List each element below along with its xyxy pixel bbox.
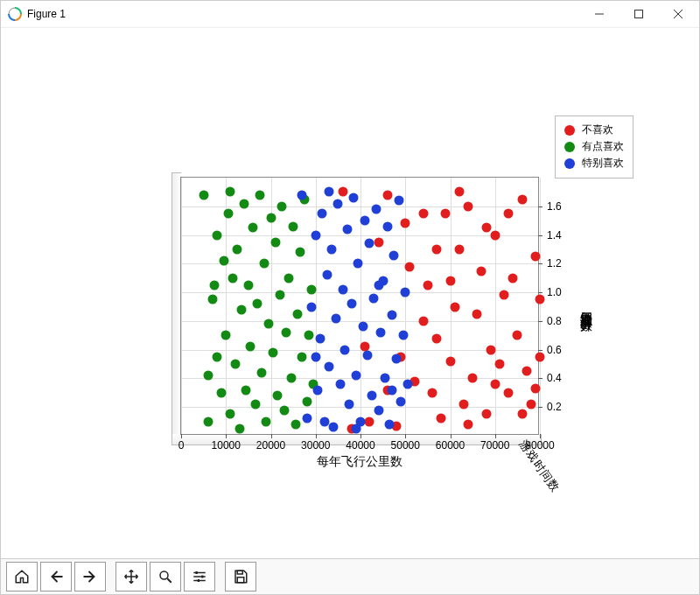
scatter-point: [369, 293, 379, 303]
svg-rect-13: [237, 570, 242, 574]
scatter-point: [345, 399, 354, 409]
axes3d[interactable]: 0100002000030000400005000060000700008000…: [180, 177, 539, 435]
svg-line-6: [167, 578, 172, 583]
svg-rect-11: [201, 576, 203, 578]
x-tick-label: 20000: [256, 434, 285, 452]
legend-item: 特别喜欢: [564, 155, 624, 172]
svg-rect-14: [237, 578, 244, 583]
scatter-point: [340, 345, 350, 354]
svg-rect-2: [634, 10, 642, 18]
scatter-point: [217, 388, 227, 397]
scatter-point: [401, 219, 410, 228]
scatter-point: [432, 244, 442, 254]
scatter-point: [389, 250, 399, 260]
scatter-point: [432, 333, 442, 343]
scatter-point: [394, 196, 403, 206]
scatter-point: [342, 225, 352, 234]
scatter-point: [298, 190, 307, 200]
figure-window: Figure 1 不喜欢 有点喜欢 特别喜欢: [0, 0, 700, 595]
close-button[interactable]: [658, 1, 697, 27]
scatter-point: [349, 192, 359, 202]
scatter-point: [282, 328, 291, 338]
scatter-point: [304, 331, 314, 340]
scatter-point: [325, 362, 334, 372]
scatter-point: [253, 299, 262, 309]
y-tick-label: 0.2: [538, 401, 562, 413]
scatter-point: [329, 423, 339, 432]
scatter-point: [270, 237, 280, 247]
scatter-point: [203, 416, 213, 426]
maximize-button[interactable]: [619, 1, 658, 27]
scatter-point: [358, 322, 368, 332]
zoom-icon: [158, 569, 173, 584]
scatter-point: [405, 262, 415, 271]
scatter-point: [289, 221, 298, 231]
scatter-point: [243, 280, 253, 290]
scatter-point: [504, 208, 514, 218]
arrow-right-icon: [82, 569, 98, 584]
back-button[interactable]: [40, 562, 72, 592]
legend-swatch: [564, 158, 575, 169]
scatter-point: [275, 290, 284, 300]
scatter-point: [428, 388, 438, 397]
scatter-point: [385, 419, 395, 429]
scatter-point: [468, 374, 478, 383]
forward-button[interactable]: [74, 562, 106, 592]
scatter-point: [504, 388, 514, 397]
scatter-point: [374, 280, 383, 290]
pan-button[interactable]: [116, 562, 147, 592]
scatter-point: [338, 284, 347, 294]
scatter-point: [374, 237, 383, 247]
save-button[interactable]: [225, 562, 256, 592]
scatter-point: [458, 399, 468, 409]
scatter-point: [500, 290, 509, 300]
scatter-point: [354, 259, 363, 269]
legend-item: 有点喜欢: [564, 138, 624, 155]
scatter-point: [219, 256, 228, 266]
scatter-point: [302, 396, 312, 406]
scatter-point: [248, 223, 258, 233]
scatter-point: [464, 419, 473, 429]
y-tick-label: 0.8: [538, 315, 562, 327]
legend-item: 不喜欢: [564, 122, 624, 138]
scatter-point: [250, 399, 260, 409]
scatter-point: [293, 309, 303, 318]
svg-point-5: [160, 571, 168, 579]
scatter-point: [365, 416, 374, 426]
scatter-point: [481, 223, 491, 233]
y-axis-label: 每周消费冰淇淋公升数: [578, 302, 594, 311]
plot-canvas[interactable]: 不喜欢 有点喜欢 特别喜欢 01000020000300004000050000…: [1, 28, 699, 558]
scatter-point: [454, 244, 464, 254]
configure-button[interactable]: [184, 562, 215, 592]
scatter-point: [396, 396, 406, 406]
scatter-point: [279, 405, 289, 415]
scatter-point: [536, 352, 545, 361]
scatter-point: [418, 208, 428, 218]
scatter-point: [517, 410, 527, 419]
scatter-point: [306, 284, 316, 294]
scatter-point: [325, 187, 334, 197]
legend-label: 有点喜欢: [582, 138, 624, 155]
legend-swatch: [564, 125, 575, 136]
titlebar[interactable]: Figure 1: [1, 1, 699, 28]
scatter-point: [346, 299, 356, 309]
scatter-point: [221, 331, 231, 340]
scatter-point: [239, 199, 248, 208]
zoom-button[interactable]: [150, 562, 181, 592]
scatter-point: [269, 347, 278, 357]
scatter-point: [199, 190, 208, 200]
scatter-point: [387, 385, 396, 395]
y-tick-label: 0.4: [538, 372, 562, 384]
scatter-point: [490, 230, 500, 240]
minimize-button[interactable]: [579, 1, 619, 27]
scatter-point: [210, 280, 220, 290]
x-tick-label: 60000: [436, 434, 465, 452]
scatter-point: [228, 273, 237, 283]
scatter-point: [234, 424, 244, 433]
scatter-point: [306, 302, 316, 312]
scatter-point: [536, 295, 545, 304]
home-button[interactable]: [6, 562, 38, 592]
scatter-point: [263, 319, 273, 329]
scatter-point: [338, 187, 347, 197]
scatter-point: [437, 414, 446, 424]
